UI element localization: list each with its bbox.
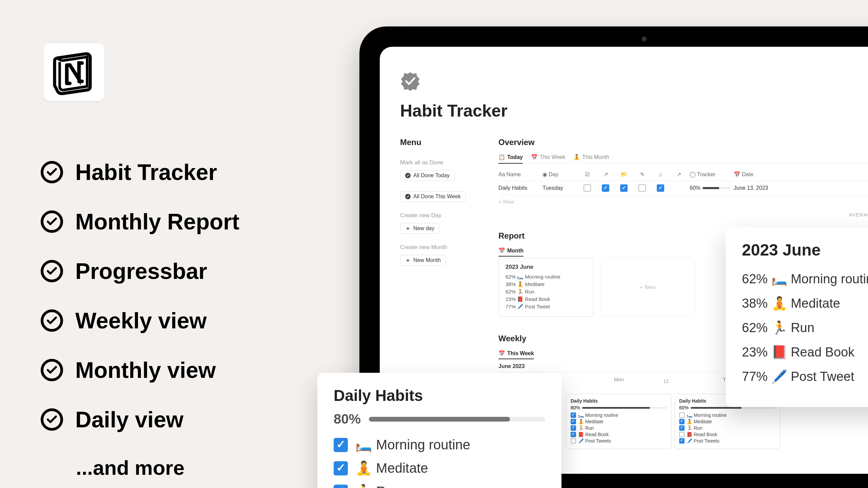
checkbox[interactable] [584, 184, 591, 192]
more-text: ...and more [76, 456, 281, 480]
checkbox[interactable] [602, 184, 609, 192]
menu-heading: Menu [400, 138, 478, 147]
new-day-button[interactable]: ＋ New day [400, 223, 439, 234]
habit-row: 🛏️ Morning routine [334, 437, 545, 453]
checkbox[interactable] [334, 461, 348, 475]
month-stat-line: 38% 🧘 Meditate [742, 296, 868, 311]
tab-this-week[interactable]: 📅 This Week [531, 154, 565, 160]
habit-row: 🏃 Run [334, 484, 545, 488]
checkbox[interactable] [679, 412, 685, 418]
table-row[interactable]: Daily Habits Tuesday 60% June 13, 2023 [498, 181, 868, 196]
table-header: Aa Name ◉ Day ☑ ↗ 📁 ✎ ⌂ ↗ ◯ Tracker 📅 Da… [498, 168, 868, 181]
check-circle-icon [41, 359, 63, 381]
report-card-title: 2023 June [506, 264, 586, 270]
col-day: ◉ Day [542, 171, 576, 178]
month-stat-line: 77% 🖊️ Post Tweet [742, 369, 868, 384]
checkbox[interactable] [679, 432, 685, 437]
tab-month[interactable]: 📅 Month [498, 247, 524, 257]
check-circle-icon [41, 260, 63, 282]
weekly-card[interactable]: Daily Habits 80% 🛏️ Morning routine 🧘 Me… [566, 394, 671, 449]
checkbox[interactable] [571, 425, 576, 431]
col-cb-icon: ⌂ [653, 171, 668, 178]
checkbox[interactable] [571, 438, 576, 444]
habit-row: 🧘 Meditate [334, 460, 545, 476]
checkbox[interactable] [334, 485, 348, 488]
checkbox[interactable] [571, 419, 576, 424]
page-badge-icon [400, 70, 420, 91]
overview-heading: Overview [498, 138, 868, 147]
checkbox[interactable] [334, 438, 348, 452]
tab-this-week[interactable]: 📅 This Week [498, 350, 534, 359]
month-stat-line: 62% 🏃 Run [742, 320, 868, 335]
feature-item: Daily view [41, 407, 281, 432]
new-month-button[interactable]: ＋ New Month [400, 255, 446, 266]
check-circle-icon [41, 309, 63, 332]
col-cb-icon: ☑ [580, 171, 595, 178]
checkbox[interactable] [679, 419, 685, 424]
feature-item: Progressbar [41, 258, 281, 284]
new-row-button[interactable]: + New [498, 196, 868, 208]
day-number: 12 [663, 379, 669, 384]
check-circle-icon [41, 408, 63, 431]
all-done-week-button[interactable]: All Done This Week [400, 191, 466, 202]
button-label: All Done Today [413, 172, 450, 179]
month-report-popup: 2023 June 62% 🛏️ Morning routine 38% 🧘 M… [726, 227, 868, 407]
popup-progress: 80% [334, 411, 545, 427]
average-row: AVERAGE 60% [498, 208, 868, 218]
checkbox[interactable] [679, 438, 685, 444]
checkbox[interactable] [638, 184, 646, 192]
feature-text: Progressbar [75, 258, 207, 284]
popup-percent: 80% [334, 411, 361, 427]
tab-today[interactable]: 📋 Today [498, 154, 523, 164]
progressbar [369, 417, 545, 422]
checkbox[interactable] [571, 432, 576, 437]
feature-text: Monthly Report [75, 209, 239, 235]
report-new-button[interactable]: + New [600, 258, 695, 317]
feature-item: Monthly Report [41, 209, 281, 235]
report-line: 38% 🧘 Meditate [506, 281, 586, 287]
checkbox[interactable] [657, 184, 664, 192]
checkbox[interactable] [620, 184, 628, 192]
col-cb-icon: ↗ [671, 171, 686, 178]
popup-title: Daily Habits [334, 386, 545, 405]
month-stat-line: 23% 📕 Read Book [742, 345, 868, 360]
cell-tracker: 60% [690, 185, 730, 191]
cell-name: Daily Habits [498, 185, 539, 191]
button-label: New Month [413, 257, 441, 263]
feature-text: Weekly view [75, 308, 207, 333]
overview-tabs: 📋 Today 📅 This Week 🧘 This Month [498, 154, 868, 163]
col-cb-icon: 📁 [616, 171, 631, 178]
menu-label-mark: Mark all as Done [400, 159, 478, 166]
daily-habits-popup: Daily Habits 80% 🛏️ Morning routine 🧘 Me… [317, 373, 561, 488]
report-line: 77% 🖊️ Post Tweet [506, 304, 586, 310]
menu-label-day: Create new Day [400, 212, 478, 219]
col-tracker: ◯ Tracker [690, 171, 730, 178]
report-line: 23% 📕 Read Book [506, 296, 586, 302]
col-name: Aa Name [498, 171, 539, 178]
report-card[interactable]: 2023 June 62% 🛏️ Morning routine 38% 🧘 M… [498, 258, 593, 317]
tab-this-month[interactable]: 🧘 This Month [573, 154, 609, 160]
checkbox[interactable] [571, 412, 576, 418]
feature-text: Monthly view [75, 357, 216, 383]
all-done-today-button[interactable]: All Done Today [400, 170, 455, 181]
menu-label-month: Create new Month [400, 244, 478, 251]
col-date: 📅 Date [734, 171, 781, 178]
cell-date: June 13, 2023 [734, 185, 781, 191]
feature-list: Habit Tracker Monthly Report Progressbar… [41, 159, 281, 480]
month-stat-line: 62% 🛏️ Morning routine [742, 271, 868, 286]
plus-icon: ＋ [405, 226, 411, 231]
check-circle-icon [41, 161, 63, 183]
report-line: 62% 🛏️ Morning routine [506, 274, 586, 280]
plus-icon: ＋ [405, 258, 411, 263]
check-icon [405, 173, 411, 178]
feature-item: Monthly view [41, 357, 281, 383]
notion-cube-icon [48, 47, 99, 98]
button-label: All Done This Week [413, 194, 461, 200]
tablet-camera [642, 37, 647, 41]
feature-item: Habit Tracker [41, 159, 281, 185]
feature-text: Habit Tracker [75, 159, 217, 185]
popup-month-title: 2023 June [742, 241, 868, 259]
checkbox[interactable] [679, 425, 685, 431]
feature-item: Weekly view [41, 308, 281, 333]
cell-day: Tuesday [542, 185, 576, 191]
